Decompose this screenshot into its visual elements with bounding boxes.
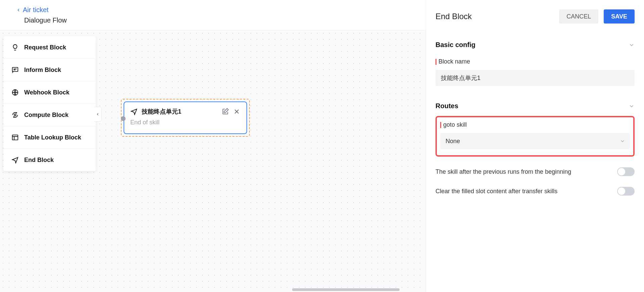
globe-icon — [11, 89, 19, 96]
chevron-left-icon — [96, 112, 100, 117]
palette-item-label: Inform Block — [24, 67, 61, 74]
palette-item-label: Table Lookup Block — [24, 134, 81, 141]
bulb-icon — [11, 44, 19, 51]
goto-skill-select-wrap: None — [440, 133, 630, 149]
panel-body: Basic config Block name Routes goto skil… — [426, 30, 644, 199]
cancel-button[interactable]: CANCEL — [559, 9, 598, 24]
chevron-down-icon — [629, 103, 635, 109]
toggle-knob — [618, 187, 625, 195]
panel-title: End Block — [435, 12, 559, 21]
gear-arrows-icon — [11, 111, 19, 119]
palette-compute-block[interactable]: Compute Block — [3, 104, 96, 126]
palette-item-label: End Block — [24, 157, 54, 164]
required-indicator — [440, 122, 441, 128]
breadcrumb-label: Air ticket — [23, 6, 49, 14]
section-label: Routes — [435, 102, 458, 110]
palette-end-block[interactable]: End Block — [3, 149, 96, 171]
chevron-down-icon — [629, 42, 635, 48]
properties-panel: End Block CANCEL SAVE Basic config Block… — [426, 0, 644, 292]
goto-skill-label: goto skill — [440, 121, 630, 128]
breadcrumb[interactable]: Air ticket — [16, 6, 49, 14]
chevron-left-icon — [16, 8, 21, 12]
block-name-label: Block name — [435, 58, 635, 65]
goto-skill-select[interactable]: None — [440, 133, 630, 149]
close-icon[interactable] — [233, 108, 240, 115]
node-subtitle: End of skill — [124, 119, 246, 133]
goto-skill-highlight: goto skill None — [435, 116, 635, 157]
palette-request-block[interactable]: Request Block — [3, 36, 96, 59]
block-name-input[interactable] — [435, 70, 635, 86]
required-indicator — [435, 59, 436, 65]
scrollbar-thumb[interactable] — [292, 288, 400, 291]
svg-rect-0 — [12, 68, 18, 72]
end-block-node[interactable]: 技能终点单元1 End of skill — [124, 101, 247, 134]
palette-item-label: Compute Block — [24, 112, 68, 119]
toggle-clear-slot: Clear the filled slot content after tran… — [435, 187, 635, 196]
svg-point-2 — [14, 114, 16, 116]
toggle-knob — [618, 168, 625, 175]
basic-config-section[interactable]: Basic config — [435, 41, 635, 49]
palette-table-lookup-block[interactable]: Table Lookup Block — [3, 126, 96, 149]
input-port[interactable] — [121, 116, 126, 121]
palette-collapse-button[interactable] — [94, 107, 102, 122]
toggle-label: Clear the filled slot content after tran… — [435, 188, 557, 195]
save-button[interactable]: SAVE — [604, 9, 635, 24]
nav-arrow-icon — [11, 156, 19, 164]
node-header: 技能终点单元1 — [124, 102, 246, 119]
palette-item-label: Webhook Block — [24, 89, 70, 96]
table-icon — [11, 134, 19, 141]
toggle-label: The skill after the previous runs from t… — [435, 168, 571, 175]
routes-section[interactable]: Routes — [435, 102, 635, 110]
node-selection-halo: 技能终点单元1 End of skill — [121, 99, 250, 137]
block-palette: Request Block Inform Block Webhook Block… — [3, 36, 96, 171]
toggle-switch[interactable] — [617, 187, 635, 196]
node-selection: 技能终点单元1 End of skill — [121, 99, 250, 137]
node-title: 技能终点单元1 — [142, 108, 218, 116]
edit-icon[interactable] — [222, 108, 229, 115]
svg-rect-3 — [12, 135, 18, 140]
section-label: Basic config — [435, 41, 475, 49]
toggle-switch[interactable] — [617, 167, 635, 176]
palette-item-label: Request Block — [24, 44, 66, 51]
chat-icon — [11, 66, 19, 74]
palette-webhook-block[interactable]: Webhook Block — [3, 81, 96, 104]
toggle-run-from-beginning: The skill after the previous runs from t… — [435, 167, 635, 176]
nav-arrow-icon — [130, 108, 138, 115]
palette-inform-block[interactable]: Inform Block — [3, 59, 96, 81]
panel-header: End Block CANCEL SAVE — [426, 0, 644, 30]
